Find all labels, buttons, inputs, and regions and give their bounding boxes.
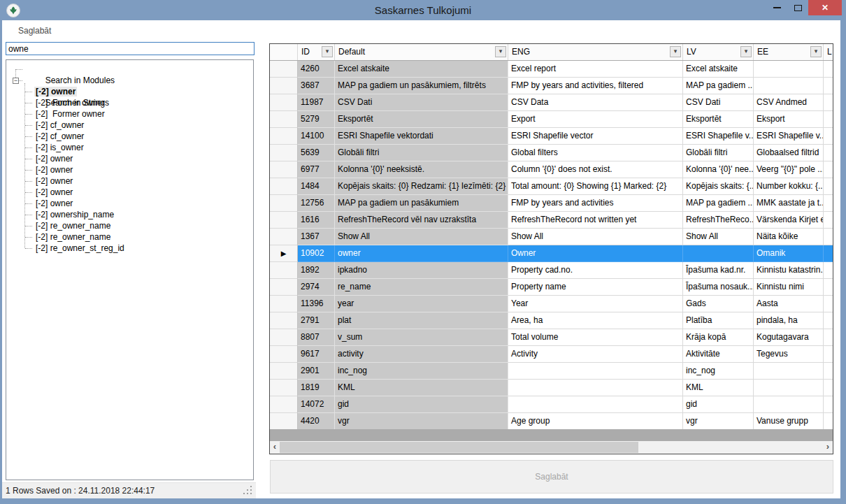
cell-eng[interactable]: Export [508,111,683,128]
cell-lt[interactable] [824,61,833,78]
cell-ee[interactable]: Number kokku: {... [754,178,824,195]
cell-lv[interactable]: Kolonna '{0}' nee... [683,161,754,178]
cell-lv[interactable]: Gads [683,296,754,312]
cell-eng[interactable] [508,396,683,413]
table-row[interactable]: 5639Globāli filtriGlobal filtersGlobāli … [270,145,833,161]
cell-default[interactable]: Kopējais skaits: {0} Redzami: {1} Iezīmē… [335,178,508,195]
cell-eng[interactable]: Activity [508,346,683,363]
cell-lt[interactable] [824,346,833,363]
scrollbar-thumb[interactable] [280,442,638,453]
scroll-right-icon[interactable]: › [823,441,833,454]
cell-eng[interactable]: Property cad.no. [508,262,683,279]
filter-dropdown-icon[interactable]: ▾ [740,46,752,57]
table-row[interactable]: 11396yearYearGadsAasta [270,296,833,312]
cell-ee[interactable]: Aasta [754,296,824,312]
cell-lv[interactable]: Aktivitāte [683,346,754,363]
cell-lt[interactable] [824,145,833,161]
filter-dropdown-icon[interactable]: ▾ [495,46,506,57]
cell-lv[interactable]: ESRI Shapefile v... [683,128,754,145]
table-row[interactable]: 14072gidgid [270,396,833,413]
tree-item[interactable]: [-2] Former owner [6,97,253,108]
cell-eng[interactable]: Area, ha [508,312,683,329]
cell-ee[interactable] [754,396,824,413]
cell-default[interactable]: RefreshTheRecord vēl nav uzrakstīta [335,212,508,229]
cell-rowheader[interactable] [270,145,298,161]
column-header-lt[interactable]: L [824,44,833,60]
cell-lt[interactable] [824,195,833,212]
tree-item[interactable]: [-2] re_owner_name [6,231,253,243]
table-row[interactable]: 4420vgrAge groupvgrVanuse grupp [270,413,833,430]
cell-ee[interactable]: MMK aastate ja t... [754,195,824,212]
table-row[interactable]: 1367Show AllShow AllShow AllNäita kõike [270,229,833,245]
tree-item[interactable]: [-2] owner [6,187,253,198]
cell-lv[interactable]: Īpašuma nosauk... [683,279,754,296]
table-row[interactable]: 5279EksportētExportEksportētEksport [270,111,833,128]
cell-eng[interactable] [508,380,683,396]
cell-lv[interactable]: Kopējais skaits: {... [683,178,754,195]
cell-ee[interactable]: ESRI Shapefile v... [754,128,824,145]
cell-eng[interactable]: FMP by years and activities, filtered [508,78,683,94]
cell-ee[interactable]: pindala, ha [754,312,824,329]
cell-lt[interactable] [824,413,833,430]
cell-eng[interactable]: ESRI Shapefile vector [508,128,683,145]
cell-lv[interactable]: Globāli filtri [683,145,754,161]
cell-ee[interactable]: Kinnistu katastrin... [754,262,824,279]
cell-lt[interactable] [824,296,833,312]
cell-ee[interactable]: Näita kõike [754,229,824,245]
cell-lt[interactable] [824,380,833,396]
cell-ee[interactable]: Veerg "{0}" pole ... [754,161,824,178]
cell-rowheader[interactable] [270,312,298,329]
table-row[interactable]: 3687MAP pa gadiem un pasākumiem, filtrēt… [270,78,833,94]
cell-id[interactable]: 5279 [298,111,335,128]
table-row[interactable]: 11987CSV DatiCSV DataCSV DatiCSV Andmed [270,94,833,111]
cell-id[interactable]: 1892 [298,262,335,279]
cell-id[interactable]: 2791 [298,312,335,329]
cell-id[interactable]: 14100 [298,128,335,145]
tree-item[interactable]: [-2] cf_owner [6,131,253,142]
cell-rowheader[interactable] [270,212,298,229]
resize-grip[interactable] [243,493,245,494]
cell-default[interactable]: CSV Dati [335,94,508,111]
tree-item[interactable]: [-2] owner [6,86,253,97]
cell-lv[interactable]: Īpašuma kad.nr. [683,262,754,279]
cell-id[interactable]: 4260 [298,61,335,78]
tree-item[interactable]: [-2] owner [6,198,253,209]
tree-root-strings[interactable]: − Search in Strings [6,75,253,86]
table-row[interactable]: 1484Kopējais skaits: {0} Redzami: {1} Ie… [270,178,833,195]
cell-lt[interactable] [824,363,833,380]
cell-ee[interactable]: Eksport [754,111,824,128]
tree-item[interactable]: [-2] owner [6,164,253,175]
cell-rowheader[interactable] [270,262,298,279]
tree-item[interactable]: [-2] is_owner [6,142,253,153]
cell-lt[interactable] [824,329,833,346]
cell-id[interactable]: 1819 [298,380,335,396]
cell-default[interactable]: gid [335,396,508,413]
cell-id[interactable]: 10902 [298,245,335,262]
cell-id[interactable]: 12756 [298,195,335,212]
cell-lv[interactable] [683,245,754,262]
cell-lv[interactable]: RefreshTheReco... [683,212,754,229]
cell-rowheader[interactable] [270,178,298,195]
cell-ee[interactable]: Omanik [754,245,824,262]
cell-eng[interactable]: FMP by years and activities [508,195,683,212]
tree-item[interactable]: [-2] owner [6,153,253,164]
cell-eng[interactable]: Owner [508,245,683,262]
cell-lv[interactable]: CSV Dati [683,94,754,111]
table-row[interactable]: 9617activityActivityAktivitāteTegevus [270,346,833,363]
cell-lv[interactable]: vgr [683,413,754,430]
cell-id[interactable]: 9617 [298,346,335,363]
cell-id[interactable]: 11396 [298,296,335,312]
filter-dropdown-icon[interactable]: ▾ [670,46,681,57]
cell-rowheader[interactable] [270,363,298,380]
column-header-ee[interactable]: EE▾ [754,44,824,60]
cell-ee[interactable]: Vanuse grupp [754,413,824,430]
cell-ee[interactable]: Kinnistu nimi [754,279,824,296]
cell-id[interactable]: 6977 [298,161,335,178]
minimize-button[interactable] [766,0,787,15]
cell-ee[interactable]: Kogutagavara [754,329,824,346]
cell-lv[interactable]: MAP pa gadiem ... [683,195,754,212]
cell-ee[interactable]: Tegevus [754,346,824,363]
cell-rowheader[interactable] [270,396,298,413]
cell-eng[interactable]: Global filters [508,145,683,161]
cell-lt[interactable] [824,178,833,195]
